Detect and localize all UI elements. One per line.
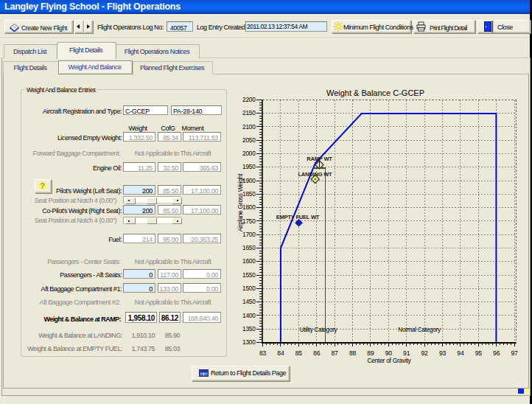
svg-text:84: 84 [277,349,284,357]
svg-text:LANDING WT: LANDING WT [298,171,332,178]
svg-text:83: 83 [259,349,267,357]
svg-text:96: 96 [493,349,500,357]
svg-text:Weight & Balance C-GCEP: Weight & Balance C-GCEP [326,88,424,97]
svg-text:1300: 1300 [242,338,256,346]
svg-text:2200: 2200 [242,96,256,103]
svg-text:95: 95 [475,349,483,357]
svg-text:1400: 1400 [242,312,256,319]
svg-text:2100: 2100 [242,123,256,130]
svg-text:Airplane Gross Weight: Airplane Gross Weight [237,173,244,232]
svg-text:1500: 1500 [242,285,256,292]
svg-text:1650: 1650 [242,244,256,251]
svg-text:89: 89 [367,349,374,357]
svg-text:91: 91 [403,349,410,357]
svg-text:1550: 1550 [242,271,256,279]
svg-text:1950: 1950 [242,163,256,170]
svg-text:85: 85 [295,349,303,357]
svg-text:1800: 1800 [242,203,256,211]
svg-text:1700: 1700 [242,231,256,238]
svg-text:90: 90 [385,349,393,357]
svg-text:93: 93 [439,349,447,357]
svg-text:Utility Category: Utility Category [300,327,338,333]
svg-text:Center of Gravity: Center of Gravity [367,357,411,364]
svg-text:1350: 1350 [242,325,256,332]
svg-text:Normal Category: Normal Category [398,327,441,333]
svg-text:88: 88 [349,349,357,357]
svg-text:1450: 1450 [242,298,256,305]
svg-text:86: 86 [313,349,321,357]
svg-text:2000: 2000 [242,150,256,157]
svg-text:EMPTY FUEL WT: EMPTY FUEL WT [276,214,320,220]
svg-text:94: 94 [457,349,464,357]
svg-text:97: 97 [511,349,519,357]
svg-text:92: 92 [421,349,429,357]
svg-text:1600: 1600 [242,257,256,265]
svg-text:87: 87 [332,349,339,357]
svg-text:1850: 1850 [242,190,256,198]
svg-text:2050: 2050 [242,136,256,144]
svg-text:1750: 1750 [242,217,256,225]
svg-text:2150: 2150 [242,109,256,116]
svg-text:RAMP WT: RAMP WT [307,156,332,162]
svg-text:1900: 1900 [242,177,256,184]
